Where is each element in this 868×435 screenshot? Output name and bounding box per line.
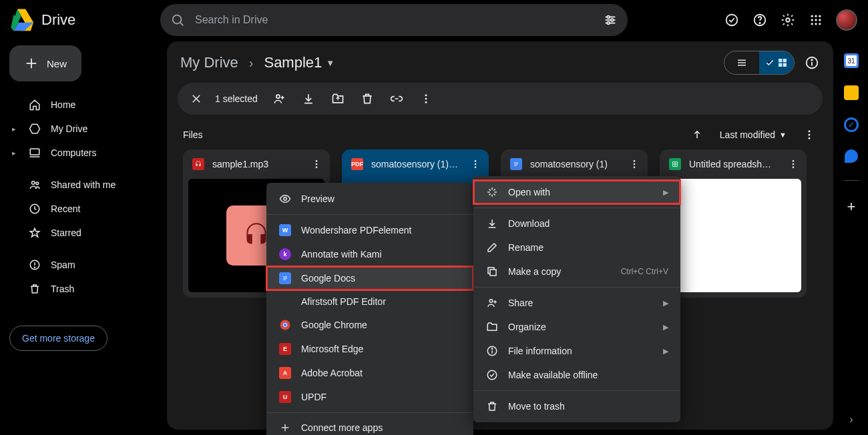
search-input[interactable]	[195, 14, 593, 26]
svg-point-95	[491, 348, 492, 349]
open-with-submenu: Preview WWondershare PDFelement kAnnotat…	[266, 183, 473, 435]
menu-move-to-trash[interactable]: Move to trash	[473, 394, 680, 418]
keep-addon-icon[interactable]	[844, 85, 859, 100]
menu-rename[interactable]: Rename	[473, 236, 680, 260]
sidebar-item-my-drive[interactable]: ▸My Drive	[9, 117, 150, 140]
app-icon: A	[279, 367, 291, 379]
grid-view-button[interactable]	[759, 51, 794, 74]
spam-icon	[28, 258, 41, 272]
file-more-icon[interactable]	[469, 157, 482, 171]
menu-share[interactable]: Share▶	[473, 291, 680, 315]
drive-logo-icon[interactable]	[8, 7, 35, 33]
breadcrumb-root[interactable]: My Drive	[180, 54, 238, 71]
contacts-addon-icon[interactable]	[845, 149, 858, 163]
details-pane-icon[interactable]	[804, 55, 820, 71]
menu-offline[interactable]: Make available offline	[473, 363, 680, 387]
file-card[interactable]: Untitled spreadsh…	[660, 149, 807, 298]
sidebar-item-spam[interactable]: Spam	[9, 254, 150, 276]
download-icon[interactable]	[300, 91, 316, 107]
help-icon[interactable]	[752, 12, 768, 28]
info-icon	[485, 345, 499, 357]
menu-organize[interactable]: Organize▶	[473, 315, 680, 339]
side-panel: + ›	[835, 41, 868, 435]
svg-point-26	[819, 19, 821, 21]
move-icon[interactable]	[330, 91, 346, 107]
svg-point-23	[819, 15, 821, 17]
folder-icon	[485, 321, 499, 333]
svg-point-60	[809, 137, 811, 139]
sort-direction-icon[interactable]	[689, 127, 705, 143]
tasks-addon-icon[interactable]	[844, 117, 859, 132]
menu-app-google-docs[interactable]: Google Docs	[266, 266, 473, 290]
files-heading: Files	[183, 129, 203, 140]
delete-icon[interactable]	[359, 91, 375, 107]
file-more-icon[interactable]	[628, 157, 641, 171]
new-button[interactable]: New	[9, 45, 81, 81]
separator	[843, 180, 859, 181]
home-icon	[28, 98, 41, 111]
svg-point-20	[786, 18, 790, 22]
menu-connect-apps[interactable]: Connect more apps	[266, 416, 473, 435]
selection-toolbar: 1 selected	[178, 83, 823, 115]
menu-open-with[interactable]: Open with▶	[473, 180, 680, 204]
menu-make-copy[interactable]: Make a copyCtrl+C Ctrl+V	[473, 260, 680, 284]
svg-point-78	[793, 166, 795, 168]
account-avatar[interactable]	[836, 9, 857, 31]
sidebar-item-shared[interactable]: Shared with me	[9, 173, 150, 196]
svg-point-49	[811, 59, 812, 60]
collapse-panel-icon[interactable]: ›	[849, 414, 853, 426]
close-selection-icon[interactable]	[188, 91, 204, 107]
list-view-button[interactable]	[724, 51, 759, 74]
share-person-icon[interactable]	[271, 91, 287, 107]
menu-preview[interactable]: Preview	[266, 187, 473, 211]
svg-rect-89	[490, 270, 496, 276]
breadcrumb-current[interactable]: Sample1 ▼	[264, 54, 335, 71]
submenu-arrow-icon: ▶	[663, 299, 668, 308]
get-more-storage-button[interactable]: Get more storage	[9, 326, 107, 351]
sidebar-item-computers[interactable]: ▸Computers	[9, 141, 150, 164]
chevron-right-icon: ›	[249, 55, 254, 71]
more-sort-icon[interactable]	[801, 127, 817, 143]
svg-point-70	[634, 160, 636, 162]
get-link-icon[interactable]	[389, 91, 405, 107]
app-icon: k	[279, 248, 291, 260]
menu-app-afirstsoft[interactable]: Afirstsoft PDF Editor	[266, 290, 473, 313]
menu-app-updf[interactable]: UUPDF	[266, 385, 473, 409]
svg-point-64	[475, 160, 477, 162]
sidebar-item-trash[interactable]: Trash	[9, 278, 150, 300]
app-name: Drive	[41, 11, 75, 29]
app-icon: W	[279, 224, 291, 236]
menu-app-wondershare[interactable]: WWondershare PDFelement	[266, 218, 473, 242]
file-name: sample1.mp3	[212, 159, 302, 169]
menu-app-acrobat[interactable]: AAdobe Acrobat	[266, 361, 473, 385]
menu-file-info[interactable]: File information▶	[473, 339, 680, 363]
sidebar-item-home[interactable]: Home	[9, 93, 150, 116]
search-options-icon[interactable]	[602, 12, 618, 28]
file-more-icon[interactable]	[787, 157, 800, 171]
apps-grid-icon[interactable]	[808, 12, 824, 28]
calendar-addon-icon[interactable]	[844, 53, 859, 68]
more-actions-icon[interactable]	[418, 91, 434, 107]
get-addons-icon[interactable]: +	[847, 198, 856, 215]
offline-icon	[485, 369, 499, 381]
file-more-icon[interactable]	[310, 157, 323, 171]
expand-icon[interactable]: ▸	[12, 125, 19, 133]
sidebar-item-starred[interactable]: Starred	[9, 222, 150, 244]
svg-point-24	[811, 19, 813, 21]
menu-download[interactable]: Download	[473, 211, 680, 236]
settings-icon[interactable]	[780, 12, 796, 28]
svg-point-21	[811, 15, 813, 17]
menu-app-kami[interactable]: kAnnotate with Kami	[266, 242, 473, 266]
menu-app-edge[interactable]: EMicrosoft Edge	[266, 337, 473, 361]
svg-point-39	[34, 267, 35, 268]
svg-point-72	[634, 166, 636, 168]
ready-offline-icon[interactable]	[724, 12, 740, 28]
separator	[473, 207, 680, 208]
sort-menu[interactable]: Last modified ▼	[720, 129, 787, 140]
expand-icon[interactable]: ▸	[12, 149, 19, 157]
search-bar[interactable]	[160, 4, 628, 36]
sidebar-item-recent[interactable]: Recent	[9, 197, 150, 220]
submenu-arrow-icon: ▶	[663, 188, 668, 197]
svg-point-28	[815, 23, 817, 25]
svg-point-34	[32, 181, 35, 185]
